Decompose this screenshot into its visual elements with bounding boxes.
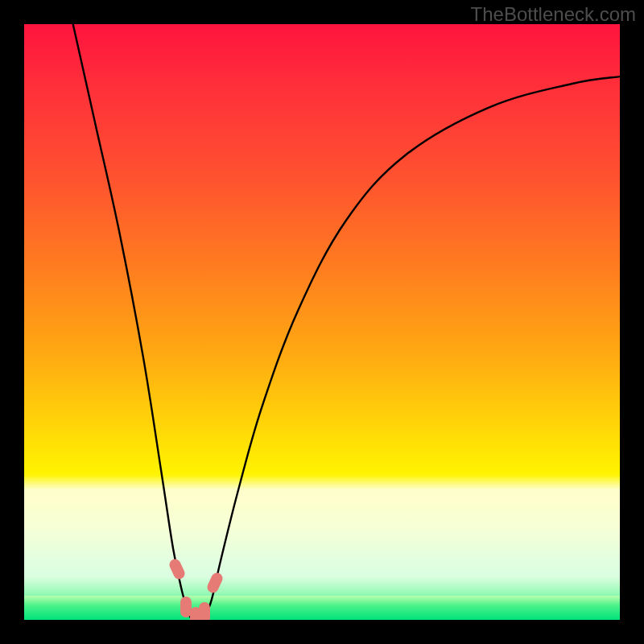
curve-marker	[199, 602, 210, 620]
plot-area	[24, 24, 620, 620]
curve-layer	[24, 24, 620, 620]
curve-right	[201, 76, 620, 618]
watermark-text: TheBottleneck.com	[471, 3, 636, 26]
chart-frame: TheBottleneck.com	[0, 0, 644, 644]
curve-left	[73, 24, 201, 620]
